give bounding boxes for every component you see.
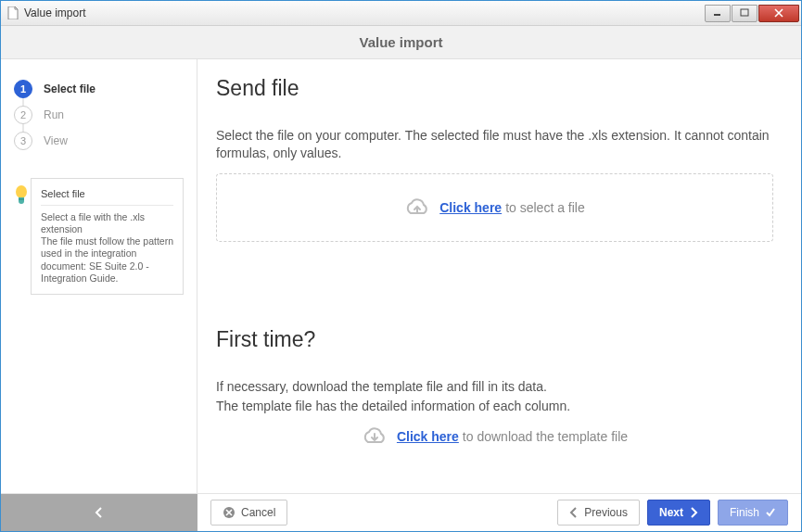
finish-button[interactable]: Finish xyxy=(718,500,788,526)
minimize-button[interactable] xyxy=(705,5,731,22)
cancel-label: Cancel xyxy=(241,506,275,519)
content: Send file Select the file on your comput… xyxy=(197,59,801,493)
svg-point-4 xyxy=(16,185,27,198)
check-icon xyxy=(765,507,776,518)
tip-box: Select file Select a file with the .xls … xyxy=(31,178,184,295)
download-template-link[interactable]: Click here xyxy=(397,429,459,444)
body: 1 Select file 2 Run 3 View xyxy=(1,59,801,493)
titlebar: Value import xyxy=(1,1,801,26)
previous-button[interactable]: Previous xyxy=(557,500,640,526)
page-title: Value import xyxy=(359,34,442,50)
download-template-row: Click here to download the template file xyxy=(216,426,773,447)
select-file-link[interactable]: Click here xyxy=(439,200,502,215)
first-time-line2: The template file has the detailed infor… xyxy=(216,398,773,415)
footer-buttons: Cancel Previous Next Finish xyxy=(197,500,801,526)
back-button[interactable] xyxy=(1,494,197,531)
page-header: Value import xyxy=(1,26,801,59)
sidebar: 1 Select file 2 Run 3 View xyxy=(1,59,197,493)
step-label: Select file xyxy=(44,82,95,95)
previous-label: Previous xyxy=(584,506,628,519)
cancel-button[interactable]: Cancel xyxy=(210,500,287,526)
chevron-right-icon xyxy=(689,507,698,518)
svg-rect-1 xyxy=(741,9,748,16)
wizard-steps: 1 Select file 2 Run 3 View xyxy=(1,59,197,165)
tip-wrap: Select file Select a file with the .xls … xyxy=(14,178,184,295)
first-time-line1: If necessary, download the template file… xyxy=(216,378,773,396)
file-dropzone[interactable]: Click here to select a file xyxy=(216,173,773,242)
window-title: Value import xyxy=(24,6,704,19)
chevron-left-icon xyxy=(93,506,106,519)
step-label: Run xyxy=(44,108,64,121)
window-buttons xyxy=(704,5,799,22)
next-button[interactable]: Next xyxy=(647,500,710,526)
step-number: 3 xyxy=(14,132,32,150)
tip-title: Select file xyxy=(41,188,173,206)
document-icon xyxy=(6,6,19,19)
step-label: View xyxy=(44,134,68,147)
cancel-icon xyxy=(223,506,236,519)
cloud-download-icon xyxy=(362,426,388,447)
app-window: Value import Value import 1 Select file … xyxy=(0,0,802,532)
close-button[interactable] xyxy=(758,5,799,22)
select-file-tail: to select a file xyxy=(505,200,585,215)
send-file-heading: Send file xyxy=(216,76,773,101)
tip-text-2: The file must follow the pattern used in… xyxy=(41,235,173,285)
step-view[interactable]: 3 View xyxy=(14,132,184,158)
main: Send file Select the file on your comput… xyxy=(197,59,801,493)
step-run[interactable]: 2 Run xyxy=(14,106,184,132)
finish-label: Finish xyxy=(730,506,759,519)
footer: Cancel Previous Next Finish xyxy=(1,493,801,531)
chevron-left-icon xyxy=(569,507,579,518)
first-time-heading: First time? xyxy=(216,327,773,352)
lightbulb-icon xyxy=(14,185,31,209)
cloud-upload-icon xyxy=(404,197,430,218)
next-label: Next xyxy=(659,506,683,519)
step-number: 2 xyxy=(14,106,32,124)
send-file-desc: Select the file on your computer. The se… xyxy=(216,127,773,162)
step-select-file[interactable]: 1 Select file xyxy=(14,80,184,106)
download-template-tail: to download the template file xyxy=(463,429,628,444)
tip-text-1: Select a file with the .xls extension xyxy=(41,211,173,235)
maximize-button[interactable] xyxy=(732,5,757,22)
step-number: 1 xyxy=(14,80,32,98)
